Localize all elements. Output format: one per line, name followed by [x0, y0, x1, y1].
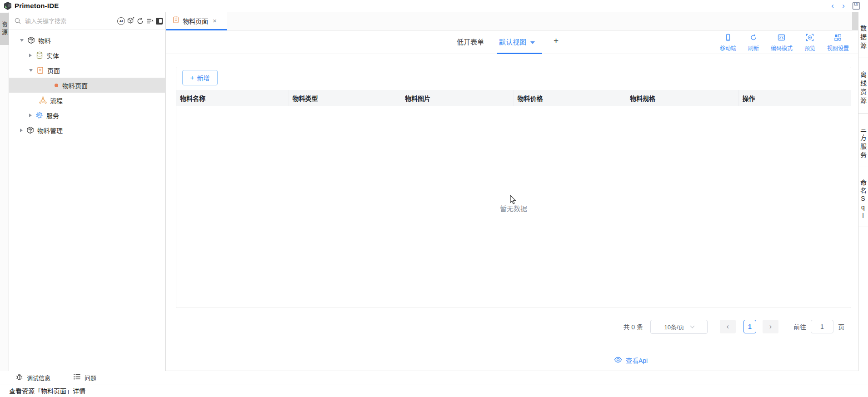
close-icon[interactable]: × — [213, 17, 217, 24]
right-panel-bar: 数据源 离线资源 三方服务 命名Sql — [858, 12, 868, 371]
tree-item-material-page[interactable]: 物料页面 — [9, 78, 166, 93]
plus-icon: + — [190, 74, 195, 81]
primeton-ide-window: Primeton-IDE ‹ › 资源 AI — [0, 0, 868, 397]
view-api-link[interactable]: 查看Api — [614, 356, 648, 365]
eye-icon — [614, 357, 622, 364]
caret-right-icon[interactable] — [29, 54, 32, 57]
panel-tab-thirdparty-services[interactable]: 三方服务 — [858, 114, 868, 167]
tree-item-label: 页面 — [47, 66, 60, 75]
tree-item-label: 物料页面 — [62, 81, 88, 90]
total-count-label: 共 0 条 — [623, 322, 643, 331]
search-icon — [13, 16, 22, 26]
view-api-label: 查看Api — [626, 356, 648, 365]
caret-right-icon[interactable] — [20, 129, 23, 132]
goto-page-suffix: 页 — [838, 322, 844, 331]
page-icon — [36, 66, 44, 74]
view-settings-button[interactable]: 视图设置 — [827, 32, 849, 53]
preview-button[interactable]: 预览 — [804, 32, 815, 53]
goto-page-input[interactable] — [811, 320, 833, 333]
table-header-row: 物料名称 物料类型 物料图片 物料价格 物料规格 操作 — [176, 90, 851, 106]
page-marker-icon — [54, 81, 59, 89]
code-window-icon — [778, 34, 785, 43]
flow-icon — [39, 96, 47, 104]
mobile-view-button[interactable]: 移动端 — [720, 32, 736, 53]
chevron-down-icon[interactable] — [530, 41, 535, 44]
activity-tab-resources[interactable]: 资源 — [0, 13, 9, 45]
goto-page-label: 前往 — [793, 322, 806, 331]
action-label: 移动端 — [720, 44, 736, 52]
database-icon — [35, 51, 43, 59]
view-header: 低开表单 默认视图 + 移动端 — [166, 30, 858, 54]
page-size-value: 10条/页 — [664, 323, 684, 331]
collapse-list-icon[interactable] — [145, 16, 155, 26]
column-header[interactable]: 物料类型 — [289, 90, 402, 106]
prev-page-button[interactable]: ‹ — [720, 320, 736, 333]
view-tab-default-label: 默认视图 — [499, 37, 526, 48]
code-mode-button[interactable]: 编码模式 — [771, 32, 793, 53]
view-tab-default[interactable]: 默认视图 — [499, 37, 535, 48]
editor-tab-material-page[interactable]: 物料页面 × — [166, 12, 227, 30]
column-header[interactable]: 操作 — [739, 90, 851, 106]
editor-tab-bar: 物料页面 × — [166, 12, 868, 30]
panel-switch-icon[interactable] — [155, 16, 164, 26]
table-card: + 新增 物料名称 物料类型 物料图片 物料价格 物料规格 操作 暂无数据 — [176, 67, 851, 308]
refresh-tree-icon[interactable] — [135, 16, 145, 26]
add-record-button[interactable]: + 新增 — [182, 70, 218, 85]
column-header[interactable]: 物料图片 — [401, 90, 514, 106]
status-bar: 查看资源「物料页面」详情 — [0, 384, 868, 397]
tree-item-pages[interactable]: 页面 — [9, 63, 166, 78]
nav-forward-icon[interactable]: › — [839, 1, 848, 11]
save-icon[interactable] — [852, 1, 861, 12]
panel-tab-offline-resources[interactable]: 离线资源 — [858, 58, 868, 114]
panel-tab-datasource[interactable]: 数据源 — [858, 12, 868, 58]
view-tab-lowcode-form[interactable]: 低开表单 — [457, 37, 484, 48]
caret-down-icon[interactable] — [29, 69, 33, 72]
panel-tab-named-sql[interactable]: 命名Sql — [858, 167, 868, 227]
caret-down-icon[interactable] — [20, 39, 24, 42]
tree-item-label: 实体 — [46, 51, 59, 60]
chevron-down-icon — [690, 323, 694, 328]
cube-icon — [27, 36, 35, 44]
tree-item-label: 物料管理 — [37, 126, 63, 135]
page-editor-content: 低开表单 默认视图 + 移动端 — [166, 30, 858, 371]
nav-back-icon[interactable]: ‹ — [828, 1, 837, 11]
view-toolbar: 移动端 刷新 — [720, 32, 849, 53]
current-page-button[interactable]: 1 — [743, 320, 756, 333]
refresh-view-button[interactable]: 刷新 — [748, 32, 759, 53]
column-header[interactable]: 物料名称 — [176, 90, 289, 106]
mouse-cursor — [509, 195, 517, 207]
app-title: Primeton-IDE — [15, 0, 59, 12]
next-page-button[interactable]: › — [763, 320, 778, 333]
problems-tab[interactable]: 问题 — [73, 373, 96, 382]
action-label: 预览 — [804, 44, 815, 52]
add-view-tab-button[interactable]: + — [554, 36, 559, 46]
new-model-icon[interactable] — [126, 16, 135, 26]
preview-icon — [806, 34, 814, 43]
page-size-select[interactable]: 10条/页 — [650, 320, 708, 334]
column-header[interactable]: 物料规格 — [626, 90, 739, 106]
tree-item-material-mgmt[interactable]: 物料管理 — [9, 123, 166, 138]
tree-item-label: 服务 — [46, 111, 59, 120]
debug-info-tab[interactable]: 调试信息 — [15, 373, 50, 382]
action-label: 刷新 — [748, 44, 759, 52]
tree-item-label: 物料 — [38, 36, 51, 45]
tree-item-entity[interactable]: 实体 — [9, 48, 166, 63]
resource-explorer: AI — [9, 12, 166, 371]
column-header[interactable]: 物料价格 — [514, 90, 627, 106]
editor-tab-label: 物料页面 — [183, 16, 208, 25]
tree-item-material[interactable]: 物料 — [9, 33, 166, 48]
tree-item-services[interactable]: 服务 — [9, 108, 166, 123]
search-input[interactable] — [25, 18, 116, 25]
tree-item-process[interactable]: 流程 — [9, 93, 166, 108]
ai-assistant-icon[interactable]: AI — [116, 16, 126, 26]
debug-icon — [15, 373, 23, 382]
title-bar: Primeton-IDE ‹ › — [0, 0, 868, 12]
refresh-icon — [750, 34, 757, 43]
pagination: 共 0 条 10条/页 ‹ 1 › 前往 页 — [623, 319, 844, 334]
problems-label: 问题 — [85, 373, 96, 382]
app-logo-icon — [3, 1, 12, 12]
mobile-icon — [724, 34, 732, 43]
caret-right-icon[interactable] — [29, 114, 32, 117]
tree-item-label: 流程 — [50, 96, 63, 105]
page-doc-icon — [173, 16, 179, 25]
